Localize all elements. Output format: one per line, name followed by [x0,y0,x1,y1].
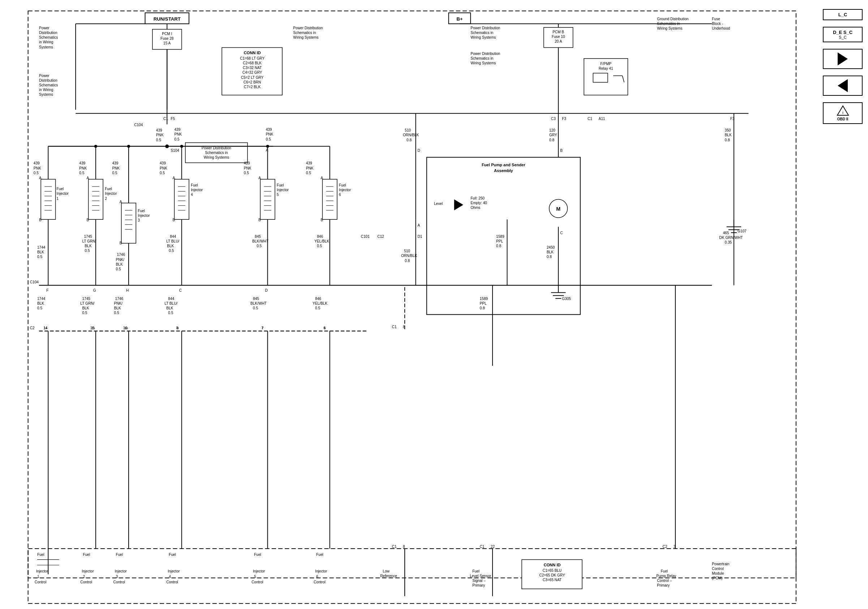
svg-text:Fuel: Fuel [105,187,112,191]
svg-text:844: 844 [168,297,174,301]
svg-text:Assembly: Assembly [494,169,513,173]
svg-text:Control –: Control – [657,579,672,583]
svg-text:Injector: Injector [36,569,48,573]
svg-text:0.5: 0.5 [266,137,271,141]
svg-text:C101: C101 [361,234,370,239]
svg-text:Fuel: Fuel [169,553,176,556]
svg-text:3: 3 [116,575,118,579]
svg-text:22: 22 [491,545,495,549]
svg-text:Ground Distribution: Ground Distribution [657,17,688,21]
svg-text:16: 16 [124,326,128,330]
svg-text:Fuse 28: Fuse 28 [160,37,174,40]
svg-text:F5: F5 [170,117,175,121]
svg-text:C1=68 LT GRY: C1=68 LT GRY [240,56,265,60]
svg-text:G: G [93,288,96,292]
desc-legend-box: D_E S_C S_C [823,27,863,42]
svg-text:S104: S104 [170,149,179,152]
svg-text:B: B [560,149,563,152]
svg-text:439: 439 [244,161,250,165]
svg-text:20 A: 20 A [555,39,562,43]
svg-text:C1=65 BLU: C1=65 BLU [543,569,562,572]
svg-text:1745: 1745 [84,234,93,239]
svg-text:Distribution: Distribution [39,78,57,82]
svg-text:6: 6 [339,193,341,197]
svg-text:PCM B: PCM B [553,30,564,34]
svg-text:Module: Module [712,572,724,575]
svg-text:0.5: 0.5 [34,171,39,175]
svg-text:0.8: 0.8 [405,259,410,263]
svg-text:14: 14 [44,326,47,330]
svg-text:Fuel: Fuel [138,209,145,213]
svg-text:C2=68 BLK: C2=68 BLK [243,61,262,65]
svg-text:1744: 1744 [37,297,45,301]
svg-rect-129 [88,179,103,219]
svg-text:Injector: Injector [105,192,117,195]
svg-text:0.8: 0.8 [496,244,501,248]
svg-text:Distribution: Distribution [39,31,57,35]
svg-text:C6=2 BRN: C6=2 BRN [243,80,261,84]
svg-text:Injector: Injector [57,192,69,195]
svg-text:Fuel: Fuel [116,553,123,556]
svg-text:Fuel: Fuel [339,183,346,187]
svg-text:6: 6 [316,575,318,579]
svg-text:C1: C1 [392,545,397,549]
svg-text:0.5: 0.5 [156,138,161,142]
svg-text:1746: 1746 [117,253,126,257]
svg-text:C5=2 LT GRY: C5=2 LT GRY [241,76,264,79]
svg-text:BLK: BLK [167,244,174,248]
svg-text:C3: C3 [551,117,556,121]
svg-text:439: 439 [34,161,40,165]
svg-text:Fuel: Fuel [57,187,64,191]
svg-text:C104: C104 [30,280,39,284]
svg-text:Injector: Injector [315,569,327,573]
svg-text:Power: Power [39,26,50,30]
arrow-left-legend [823,76,863,96]
svg-text:0.5: 0.5 [315,306,320,310]
svg-text:LT BLU/: LT BLU/ [166,239,179,243]
svg-rect-188 [322,179,337,219]
svg-text:DK GRN/WHT: DK GRN/WHT [719,236,742,240]
svg-text:Full: 250: Full: 250 [471,196,485,200]
svg-text:Systems: Systems [39,93,53,96]
svg-text:Level: Level [434,201,443,206]
svg-text:PNK/: PNK/ [114,301,122,305]
svg-text:PNK: PNK [79,166,87,170]
svg-text:Reference: Reference [380,574,397,578]
svg-text:8: 8 [403,545,405,549]
svg-text:Control: Control [314,580,326,584]
svg-text:A: A [172,176,175,180]
svg-rect-0 [28,11,796,578]
svg-text:4: 4 [169,575,171,579]
svg-text:PNK: PNK [112,166,119,170]
svg-text:1: 1 [37,575,39,579]
svg-text:0.8: 0.8 [480,306,485,310]
svg-text:BLK: BLK [114,306,121,310]
svg-text:Fuel: Fuel [191,183,198,187]
svg-text:PNK: PNK [160,166,167,170]
svg-text:0.5: 0.5 [79,171,84,175]
svg-text:PNK: PNK [34,166,41,170]
svg-text:B: B [87,218,89,222]
svg-text:F/PMP: F/PMP [600,62,611,66]
svg-text:Schematics: Schematics [39,36,58,39]
main-container: RUN/START B+ Power Distribution Schemati… [0,0,868,609]
svg-text:6: 6 [324,326,326,330]
svg-text:BLK: BLK [85,244,92,248]
svg-text:LT GRN/: LT GRN/ [82,239,96,243]
svg-rect-144 [121,203,136,243]
svg-text:PNK: PNK [156,133,164,137]
svg-text:C104: C104 [134,123,143,127]
svg-text:Injector: Injector [191,188,203,192]
svg-text:Injector: Injector [253,569,265,573]
arrow-right-legend [823,49,863,69]
svg-text:D: D [417,149,420,152]
svg-text:Schematics in: Schematics in [205,151,228,155]
obd2-legend-box: ! OBD II [823,102,863,124]
svg-text:Empty: 40: Empty: 40 [471,201,487,205]
svg-point-214 [94,145,97,148]
svg-text:1589: 1589 [496,234,504,239]
svg-text:C1: C1 [587,117,592,121]
svg-text:0.5: 0.5 [116,267,121,271]
svg-text:C4=32 GRY: C4=32 GRY [242,70,262,74]
svg-text:PNK: PNK [266,132,273,136]
